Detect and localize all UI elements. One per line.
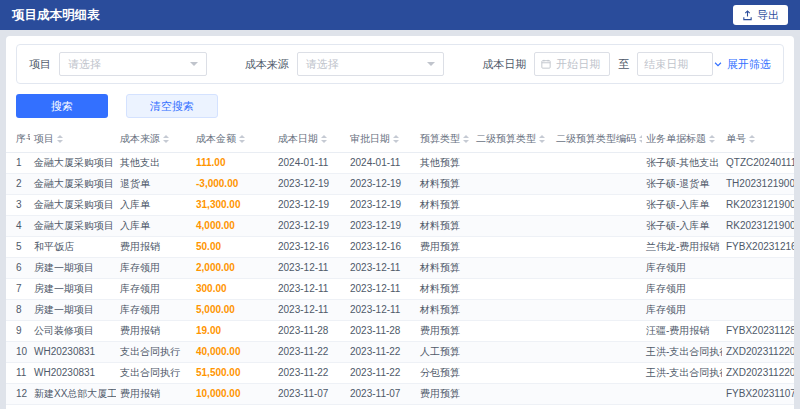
column-header[interactable]: 单号 bbox=[722, 126, 794, 152]
column-label: 单号 bbox=[726, 132, 746, 146]
table-cell: 张子硕-入库单 bbox=[642, 194, 722, 215]
table-cell bbox=[472, 341, 552, 362]
column-header[interactable]: 预算类型 bbox=[416, 126, 472, 152]
table-cell: WH20230831 bbox=[30, 362, 116, 383]
column-header[interactable]: 业务单据标题 bbox=[642, 126, 722, 152]
table-cell: 其他预算 bbox=[416, 152, 472, 173]
table-cell: 材料预算 bbox=[416, 278, 472, 299]
table-cell bbox=[552, 383, 642, 404]
table-cell bbox=[552, 257, 642, 278]
column-header[interactable]: 项目 bbox=[30, 126, 116, 152]
table-cell: 其他支出 bbox=[116, 152, 192, 173]
column-label: 项目 bbox=[34, 132, 54, 146]
sort-icon[interactable] bbox=[639, 132, 642, 146]
sort-icon[interactable] bbox=[393, 132, 399, 146]
table-cell: 汪疆-费用报销 bbox=[642, 320, 722, 341]
table-cell bbox=[722, 257, 794, 278]
cost-source-filter-label: 成本来源 bbox=[245, 57, 289, 72]
sort-icon[interactable] bbox=[539, 132, 545, 146]
sort-icon[interactable] bbox=[163, 132, 169, 146]
search-button[interactable]: 搜索 bbox=[16, 94, 108, 118]
table-cell: 31,300.00 bbox=[192, 194, 274, 215]
project-select[interactable]: 请选择 bbox=[59, 52, 207, 76]
table-cell: 王洪-支出合同执行 bbox=[642, 362, 722, 383]
start-date-input[interactable] bbox=[556, 58, 603, 70]
column-header[interactable]: 成本日期 bbox=[274, 126, 346, 152]
end-date-input[interactable] bbox=[644, 58, 706, 70]
table-cell: 材料预算 bbox=[416, 194, 472, 215]
table-cell: 9 bbox=[6, 320, 30, 341]
table-cell: 房建一期项目 bbox=[30, 299, 116, 320]
sort-icon[interactable] bbox=[709, 132, 715, 146]
project-select-placeholder: 请选择 bbox=[68, 57, 101, 72]
table-cell: 10,000.00 bbox=[192, 383, 274, 404]
table-cell bbox=[472, 257, 552, 278]
sort-icon[interactable] bbox=[239, 132, 245, 146]
table-cell: 2023-12-19 bbox=[274, 194, 346, 215]
table-cell: 300.00 bbox=[192, 278, 274, 299]
table-cell: 材料预算 bbox=[416, 173, 472, 194]
clear-search-button[interactable]: 清空搜索 bbox=[126, 94, 218, 118]
table-cell: 2023-12-19 bbox=[346, 215, 416, 236]
top-bar: 项目成本明细表 导出 bbox=[0, 0, 800, 30]
column-header[interactable]: 二级预算类型编码 bbox=[552, 126, 642, 152]
column-label: 预算类型 bbox=[420, 132, 460, 146]
table-cell bbox=[472, 299, 552, 320]
table-cell: 11 bbox=[6, 362, 30, 383]
expand-filter-link[interactable]: 展开筛选 bbox=[713, 57, 771, 72]
table-cell: 2023-10-27 bbox=[346, 404, 416, 409]
column-header[interactable]: 审批日期 bbox=[346, 126, 416, 152]
table-cell: 张子硕-退货单 bbox=[642, 173, 722, 194]
table-cell: 111.00 bbox=[192, 152, 274, 173]
table-cell bbox=[552, 362, 642, 383]
sort-icon[interactable] bbox=[463, 132, 469, 146]
table-cell bbox=[552, 404, 642, 409]
column-header[interactable]: 成本金额 bbox=[192, 126, 274, 152]
table-cell: 兰伟龙-费用报销 bbox=[642, 236, 722, 257]
table-row: 6房建一期项目库存领用2,000.002023-12-112023-12-11材… bbox=[6, 257, 794, 278]
table-cell: RK20231219002 bbox=[722, 215, 794, 236]
table-cell bbox=[472, 152, 552, 173]
sort-icon[interactable] bbox=[321, 132, 327, 146]
cost-date-filter-label: 成本日期 bbox=[482, 57, 526, 72]
table-cell: 库存领用 bbox=[116, 278, 192, 299]
sort-icon[interactable] bbox=[749, 132, 755, 146]
table-cell: 2023-11-22 bbox=[274, 362, 346, 383]
column-label: 成本日期 bbox=[278, 132, 318, 146]
table-cell bbox=[472, 194, 552, 215]
table-cell: 材料预算 bbox=[416, 257, 472, 278]
start-date-field[interactable] bbox=[534, 52, 610, 76]
cost-source-select[interactable]: 请选择 bbox=[297, 52, 445, 76]
table-cell: 2023-11-22 bbox=[346, 341, 416, 362]
table-cell: 2023-12-11 bbox=[346, 278, 416, 299]
column-header[interactable]: 成本来源 bbox=[116, 126, 192, 152]
table-cell: 费用报销 bbox=[116, 320, 192, 341]
table-cell: 费用预算 bbox=[416, 383, 472, 404]
content-card: 项目 请选择 成本来源 请选择 成本日期 至 展开筛选 bbox=[6, 36, 794, 409]
table-cell: 4 bbox=[6, 215, 30, 236]
column-header: 序号 bbox=[6, 126, 30, 152]
end-date-field[interactable] bbox=[637, 52, 713, 76]
table-cell: 2 bbox=[6, 173, 30, 194]
table-cell: 19.00 bbox=[192, 320, 274, 341]
export-button[interactable]: 导出 bbox=[733, 5, 788, 25]
table-cell: 2023-11-07 bbox=[274, 383, 346, 404]
date-range-separator: 至 bbox=[618, 57, 629, 72]
column-header[interactable]: 二级预算类型 bbox=[472, 126, 552, 152]
table-cell: 材料预算 bbox=[416, 299, 472, 320]
table-cell: 13 bbox=[6, 404, 30, 409]
table-cell bbox=[552, 215, 642, 236]
table-cell: 金融大厦采购项目 bbox=[30, 215, 116, 236]
table-cell: 2023-12-19 bbox=[274, 173, 346, 194]
table-cell: 金融大厦采购项目 bbox=[30, 173, 116, 194]
table-cell bbox=[472, 320, 552, 341]
table-cell: 库存领用 bbox=[116, 299, 192, 320]
sort-icon[interactable] bbox=[57, 132, 63, 146]
table-cell: ZXD20231122002 bbox=[722, 341, 794, 362]
action-buttons: 搜索 清空搜索 bbox=[16, 94, 784, 118]
table-cell: 公司装修项目 bbox=[30, 320, 116, 341]
table-cell bbox=[552, 341, 642, 362]
table-cell: FYBX20231107001 bbox=[722, 383, 794, 404]
export-icon bbox=[742, 10, 753, 21]
table-cell bbox=[472, 173, 552, 194]
